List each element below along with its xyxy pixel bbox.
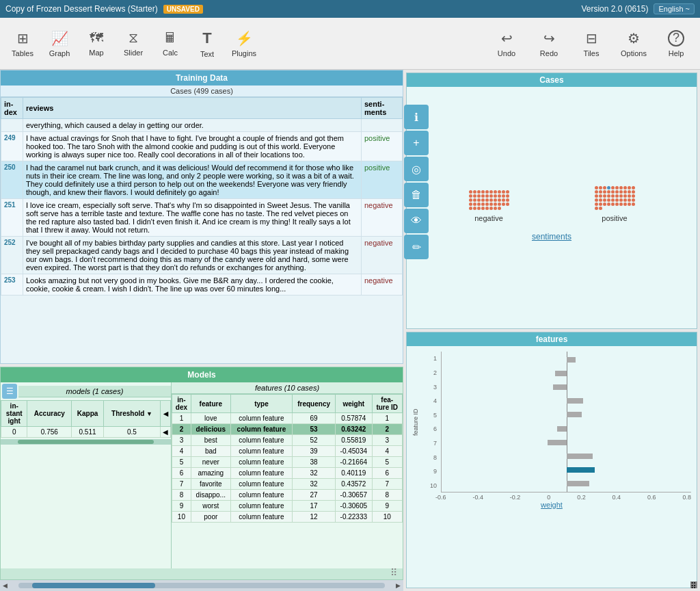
y-label: 9 [425, 468, 437, 475]
dot [603, 186, 606, 189]
models-scroll[interactable] [1, 439, 171, 445]
feat-weight: -0.22333 [336, 512, 372, 523]
options-icon: ⚙ [628, 30, 640, 47]
bottom-scrollbar[interactable]: ◀ ▶ [0, 580, 403, 591]
cases-chart-link[interactable]: sentiments [412, 232, 691, 241]
training-row[interactable]: 249 I have actual cravings for Snoh that… [1, 132, 403, 161]
dot [628, 190, 631, 194]
tool-undo[interactable]: ↩ Undo [488, 21, 525, 66]
slider-icon: ⧖ [129, 30, 138, 46]
training-row[interactable]: 250 I had the caramel nut bark crunch, a… [1, 161, 403, 199]
feature-row[interactable]: 5 never column feature 38 -0.21664 5 [172, 457, 403, 468]
negative-label: negative [474, 214, 503, 222]
dot [632, 190, 635, 194]
x-axis-title[interactable]: weight [412, 501, 691, 509]
language-selector[interactable]: English ~ [654, 3, 695, 14]
plus-side-btn[interactable]: + [404, 131, 429, 155]
model-expand[interactable]: ◀ [161, 427, 171, 438]
training-row[interactable]: 251 I love ice cream, especially soft se… [1, 199, 403, 237]
scroll-left-arrow[interactable]: ◀ [0, 582, 10, 589]
feature-row[interactable]: 4 bad column feature 39 -0.45034 4 [172, 446, 403, 457]
feature-row[interactable]: 3 best column feature 52 0.55819 3 [172, 435, 403, 446]
model-col-expand[interactable]: ◀ [161, 401, 171, 427]
tool-slider[interactable]: ⧖ Slider [116, 21, 150, 66]
feature-row[interactable]: 10 poor column feature 12 -0.22333 10 [172, 512, 403, 523]
x-axis-labels: -0.6-0.4-0.200.20.40.60.8 [412, 494, 691, 501]
feat-type: column feature [230, 413, 292, 424]
tool-plugins[interactable]: ⚡ Plugins [227, 21, 261, 66]
feature-row[interactable]: 9 worst column feature 17 -0.30605 9 [172, 501, 403, 512]
dot [603, 190, 606, 194]
row-sentiment: negative [362, 274, 403, 296]
tool-options[interactable]: ⚙ Options [615, 21, 652, 66]
tool-tiles[interactable]: ⊟ Tiles [573, 21, 610, 66]
dot [628, 194, 631, 198]
tool-map[interactable]: 🗺 Map [79, 21, 113, 66]
tool-tables[interactable]: ⊞ Tables [5, 21, 40, 66]
tool-help[interactable]: ? Help [658, 21, 695, 66]
positive-bar [567, 357, 576, 363]
dot [619, 194, 623, 198]
feat-freq: 69 [293, 413, 336, 424]
bar-row [444, 369, 688, 378]
scroll-right-arrow[interactable]: ▶ [393, 582, 403, 589]
feat-type: column feature [230, 424, 292, 435]
x-label: -0.4 [472, 494, 483, 501]
feat-col-index: in-dex [172, 395, 191, 413]
dot [477, 194, 481, 198]
feature-row[interactable]: 2 delicious column feature 53 0.63242 2 [172, 424, 403, 435]
dot [595, 202, 598, 206]
x-label: -0.2 [510, 494, 521, 501]
top-bar-right: Version 2.0 (0615) English ~ [581, 3, 695, 14]
delete-side-btn[interactable]: 🗑 [404, 183, 429, 207]
plugins-icon: ⚡ [236, 30, 253, 47]
model-accuracy: 0.756 [27, 427, 72, 438]
row-index [1, 119, 23, 132]
info-side-btn[interactable]: ℹ [404, 105, 429, 129]
dot [494, 190, 497, 194]
training-row[interactable]: 253 Looks amazing but not very good in m… [1, 274, 403, 296]
undo-label: Undo [498, 49, 515, 57]
tool-redo[interactable]: ↪ Redo [530, 21, 567, 66]
right-panel: Cases negative positive sentiments featu… [403, 70, 700, 591]
tool-calc[interactable]: 🖩 Calc [153, 21, 187, 66]
feature-row[interactable]: 6 amazing column feature 32 0.40119 6 [172, 468, 403, 479]
plugins-label: Plugins [232, 49, 256, 57]
x-label: 0 [547, 494, 550, 501]
models-list-icon[interactable]: ☰ [2, 384, 17, 399]
dot [506, 190, 509, 194]
training-row[interactable]: everything, which caused a delay in gett… [1, 119, 403, 132]
x-label: -0.6 [435, 494, 446, 501]
training-row[interactable]: 252 I've bought all of my babies birthda… [1, 237, 403, 274]
feature-row[interactable]: 7 favorite column feature 32 0.43572 7 [172, 479, 403, 490]
tool-graph[interactable]: 📈 Graph [42, 21, 77, 66]
dot [595, 198, 598, 202]
x-label: 0.6 [647, 494, 656, 501]
feature-row[interactable]: 1 love column feature 69 0.57874 1 [172, 413, 403, 424]
y-label: 8 [425, 454, 437, 461]
tiles-label: Tiles [584, 49, 600, 57]
dot-row [595, 198, 635, 202]
target-side-btn[interactable]: ◎ [404, 157, 429, 181]
feat-id: 2 [372, 424, 402, 435]
row-review: Looks amazing but not very good in my bo… [23, 274, 362, 296]
resize-icon[interactable]: ⠿ [390, 567, 397, 578]
eye-side-btn[interactable]: 👁 [404, 209, 429, 233]
feature-row[interactable]: 8 disappo... column feature 27 -0.30657 … [172, 490, 403, 501]
scroll-track[interactable] [18, 583, 385, 588]
dot [632, 202, 635, 206]
bar-row [444, 424, 688, 434]
dot-row [595, 207, 635, 210]
dot [611, 186, 615, 189]
y-label: 6 [425, 425, 437, 432]
row-sentiment: negative [362, 199, 403, 237]
model-row[interactable]: 0 0.756 0.511 0.5 ◀ [1, 427, 171, 438]
dot-row [595, 194, 635, 198]
feat-col-type: type [230, 395, 292, 413]
scroll-thumb[interactable] [32, 583, 155, 588]
dot [502, 202, 505, 206]
dot [632, 186, 635, 189]
edit-side-btn[interactable]: ✏ [404, 235, 429, 259]
dot [481, 202, 485, 206]
tool-text[interactable]: T Text [190, 21, 224, 66]
